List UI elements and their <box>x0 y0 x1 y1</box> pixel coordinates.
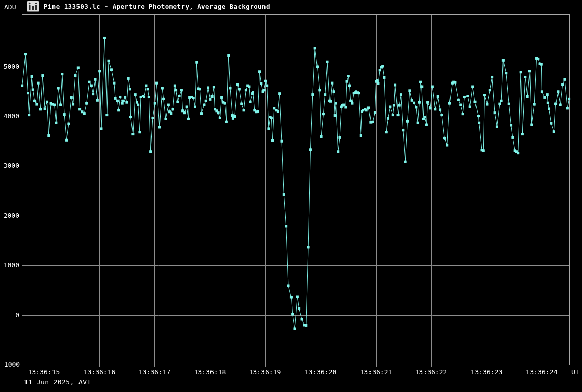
y-tick-label: 5000 <box>0 63 19 70</box>
chart-title: Pine 133503.lc - Aperture Photometry, Av… <box>44 3 270 10</box>
x-tick-label: 13:36:20 <box>305 368 337 376</box>
x-tick-label: 13:36:23 <box>471 368 503 376</box>
y-tick-label: 1000 <box>0 262 19 269</box>
y-tick-label: 0 <box>0 312 19 319</box>
x-tick-label: 13:36:15 <box>28 368 60 376</box>
y-tick-label: 4000 <box>0 113 19 120</box>
app-icon <box>27 1 39 12</box>
x-tick-label: 13:36:16 <box>84 368 116 376</box>
x-tick-label: 13:36:22 <box>415 368 447 376</box>
x-tick-label: 13:36:17 <box>139 368 171 376</box>
y-tick-label: -1000 <box>0 361 19 368</box>
x-tick-label: 13:36:19 <box>249 368 281 376</box>
x-axis-unit-label: UT <box>571 368 579 376</box>
x-tick-label: 13:36:18 <box>194 368 226 376</box>
light-curve-plot <box>0 0 582 392</box>
y-axis-unit-label: ADU <box>4 3 16 11</box>
recording-date-label: 11 Jun 2025, AVI <box>24 378 91 386</box>
y-tick-label: 2000 <box>0 212 19 219</box>
x-tick-label: 13:36:21 <box>360 368 392 376</box>
x-tick-label: 13:36:24 <box>526 368 558 376</box>
y-tick-label: 3000 <box>0 162 19 170</box>
